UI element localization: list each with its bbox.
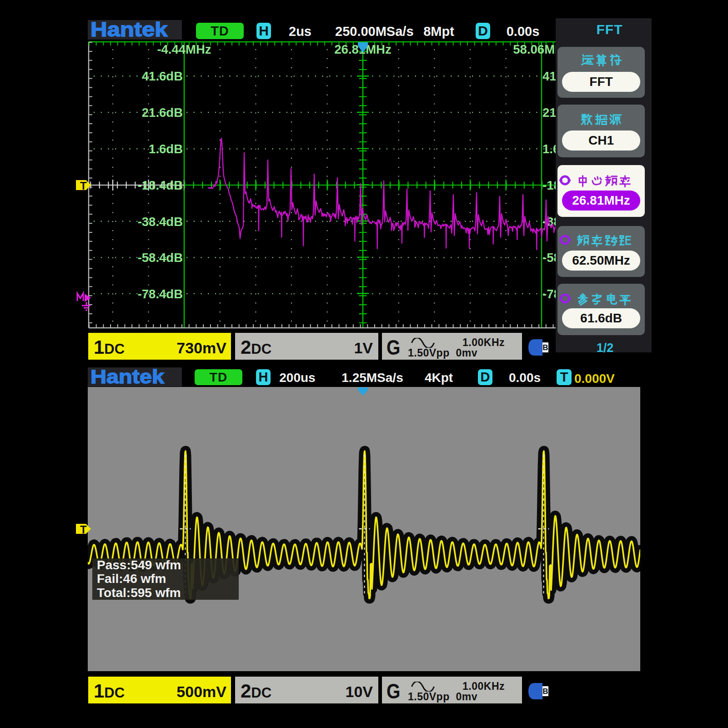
svg-text:B: B [542,343,548,352]
svg-text:-58.4dB: -58.4dB [138,251,183,265]
svg-text:1.6dB: 1.6dB [149,142,183,156]
svg-text:T: T [80,523,87,536]
svg-text:T: T [80,180,87,192]
svg-text:41.6dB: 41.6dB [142,69,183,83]
svg-text:21.6dB: 21.6dB [142,105,183,120]
svg-text:B: B [542,687,548,696]
svg-text:-4.44MHz: -4.44MHz [157,42,211,56]
svg-text:-38.4dB: -38.4dB [138,215,183,229]
svg-text:-18.4dB: -18.4dB [138,178,183,192]
svg-text:-78.4dB: -78.4dB [138,287,183,301]
